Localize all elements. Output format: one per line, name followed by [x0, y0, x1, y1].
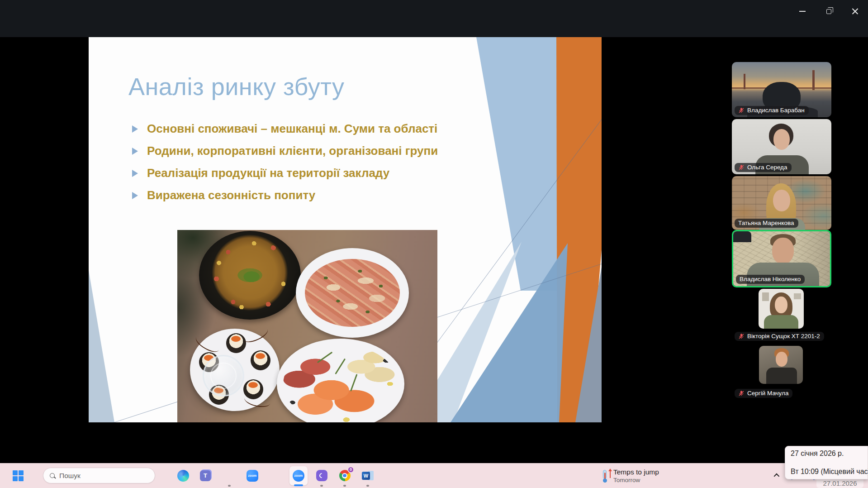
chrome-badge: 0	[347, 466, 354, 473]
slide-bullet-2: Реалізація продукції на території заклад…	[132, 162, 438, 184]
participant-tile-0[interactable]: Владислав Барабан	[732, 62, 831, 117]
bullet-arrow-icon	[132, 148, 138, 155]
bullet-arrow-icon	[132, 192, 138, 199]
presentation-slide: Аналіз ринку збуту Основні споживачі – м…	[89, 37, 602, 422]
slide-bullet-1: Родини, корпоративні клієнти, організова…	[132, 140, 438, 162]
phone-link-icon[interactable]	[269, 469, 282, 482]
weather-subline: Tomorrow	[613, 477, 659, 483]
bullet-arrow-icon	[132, 125, 138, 133]
search-icon	[50, 473, 55, 478]
food-photo	[177, 230, 437, 422]
muted-mic-icon	[738, 333, 745, 340]
taskbar: Tzoomzoom0W Temps to jump Tomorrow	[0, 463, 868, 488]
fish-platter	[277, 339, 404, 422]
wine-glass	[203, 355, 244, 397]
participant-name-label: Татьяна Маренкова	[735, 219, 798, 228]
muted-mic-icon	[738, 107, 745, 114]
aspic-plate	[199, 231, 301, 320]
weather-widget[interactable]: Temps to jump Tomorrow	[602, 463, 659, 488]
slide-bullet-3: Виражена сезонність попиту	[132, 184, 438, 206]
canape-plate	[190, 329, 280, 411]
participant-name-label: Сергій Мачула	[735, 389, 792, 398]
participant-tile-4[interactable]: Вікторія Сущок ХТ 2201-2	[732, 289, 831, 343]
clock-tooltip: 27 січня 2026 р. Вт 10:09 (Місцевий час)	[785, 446, 868, 479]
start-button[interactable]	[10, 463, 26, 488]
search-input[interactable]	[59, 472, 136, 480]
participant-name-label: Ольга Середа	[735, 163, 792, 172]
participant-name-label: Владислав Ніколенко	[736, 275, 805, 284]
participant-tile-1[interactable]: Ольга Середа	[732, 119, 831, 174]
slide-bullet-0: Основні споживачі – мешканці м. Суми та …	[132, 118, 438, 140]
viber-icon[interactable]	[315, 469, 328, 482]
zoom-app-icon[interactable]: zoom	[246, 469, 259, 482]
weather-headline: Temps to jump	[613, 468, 659, 476]
participant-name-label: Владислав Барабан	[735, 106, 809, 115]
participant-video	[759, 346, 803, 384]
taskbar-search[interactable]	[43, 468, 155, 483]
zoom-meeting-icon[interactable]: zoom	[292, 469, 305, 482]
close-icon[interactable]	[842, 1, 868, 22]
windows-logo-icon	[13, 470, 24, 481]
task-view-icon[interactable]	[154, 469, 166, 482]
muted-mic-icon	[738, 164, 745, 171]
slide-bullet-list: Основні споживачі – мешканці м. Суми та …	[132, 118, 438, 206]
thermometer-icon	[602, 470, 609, 482]
participant-tile-5[interactable]: Сергій Мачула	[732, 346, 831, 400]
bullet-text: Родини, корпоративні клієнти, організова…	[147, 144, 438, 158]
tray-chevron-icon[interactable]	[770, 463, 782, 488]
tooltip-date: 27 січня 2026 р.	[791, 450, 862, 458]
tooltip-time: Вт 10:09 (Місцевий час)	[791, 468, 862, 476]
teams-icon[interactable]: T	[200, 469, 213, 482]
desktop-screen: Аналіз ринку збуту Основні споживачі – м…	[0, 0, 868, 488]
word-icon[interactable]: W	[361, 469, 374, 482]
participant-panel: Владислав Барабан Ольга Середа Татьяна М…	[732, 0, 832, 488]
carpaccio-plate	[296, 248, 409, 338]
slide-title: Аналіз ринку збуту	[128, 72, 345, 100]
file-explorer-icon[interactable]	[223, 469, 236, 482]
chrome-icon[interactable]: 0	[338, 469, 351, 482]
participant-name-label: Вікторія Сущок ХТ 2201-2	[735, 332, 824, 341]
participant-tile-3[interactable]: Владислав Ніколенко	[732, 230, 831, 287]
edge-icon[interactable]	[177, 469, 190, 482]
bullet-text: Виражена сезонність попиту	[147, 188, 315, 202]
participant-tile-2[interactable]: Татьяна Маренкова	[732, 176, 831, 230]
bullet-text: Основні споживачі – мешканці м. Суми та …	[147, 122, 437, 136]
muted-mic-icon	[738, 390, 745, 397]
taskbar-date: 27.01.2026	[816, 479, 863, 487]
bullet-text: Реалізація продукції на території заклад…	[147, 166, 389, 180]
bullet-arrow-icon	[132, 170, 138, 177]
participant-video	[759, 289, 804, 329]
